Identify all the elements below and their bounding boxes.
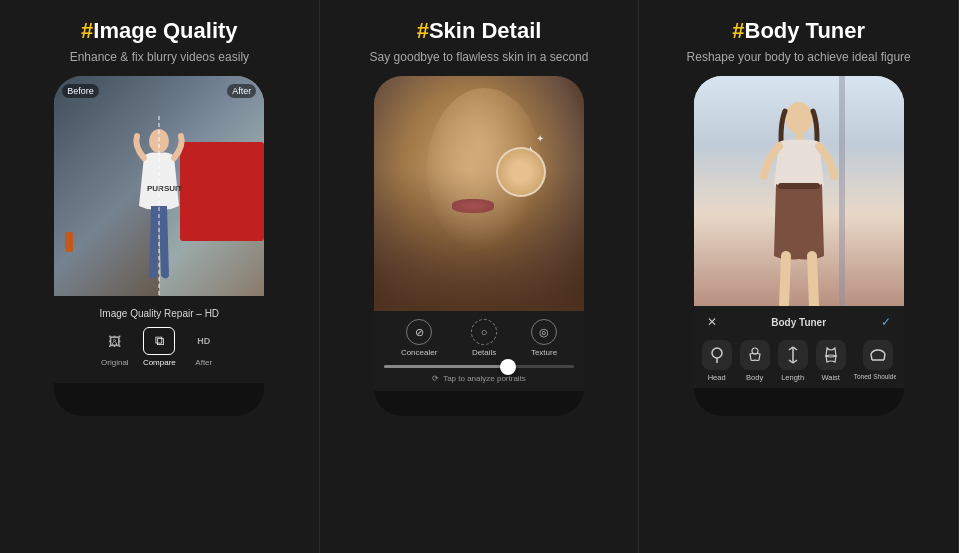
body-area xyxy=(694,76,904,306)
svg-text:PURSUIT: PURSUIT xyxy=(147,184,182,193)
woman-silhouette xyxy=(744,96,854,306)
analyze-prompt[interactable]: ⟳ Tap to analyze portraits xyxy=(384,374,574,383)
panel-skin-detail: #Skin Detail Say goodbye to flawless ski… xyxy=(320,0,640,553)
phone-mockup-1: PURSUIT Before After Image Quality Repai… xyxy=(54,76,264,416)
svg-point-3 xyxy=(785,102,813,134)
panel2-bottom: ⊘ Concealer ○ Details ◎ Texture xyxy=(374,311,584,391)
details-icon: ○ xyxy=(471,319,497,345)
original-icon: 🖼 xyxy=(99,327,131,355)
skin-tools: ⊘ Concealer ○ Details ◎ Texture xyxy=(384,319,574,357)
close-button[interactable]: ✕ xyxy=(702,312,722,332)
compare-icon: ⧉ xyxy=(143,327,175,355)
lips xyxy=(452,199,494,213)
panel1-title: #Image Quality xyxy=(81,18,238,44)
texture-tool[interactable]: ◎ Texture xyxy=(531,319,557,357)
body-option[interactable]: Body xyxy=(740,340,770,382)
after-button[interactable]: HD After xyxy=(188,327,220,367)
panel3-title: #Body Tuner xyxy=(732,18,865,44)
svg-rect-5 xyxy=(778,183,820,189)
adjustment-slider[interactable] xyxy=(384,365,574,368)
slider-thumb[interactable] xyxy=(500,359,516,375)
texture-icon: ◎ xyxy=(531,319,557,345)
head-icon xyxy=(702,340,732,370)
length-icon xyxy=(778,340,808,370)
slider-fill xyxy=(384,365,508,368)
slider-track xyxy=(384,365,574,368)
panel1-subtitle: Enhance & fix blurry videos easily xyxy=(70,50,249,64)
body-tune-options: Head Body Length xyxy=(702,340,896,382)
phone-mockup-2: ✦ ✦ ⊘ Concealer ○ Details ◎ Texture xyxy=(374,76,584,416)
compare-button[interactable]: ⧉ Compare xyxy=(143,327,176,367)
phone-mockup-3: ✕ Body Tuner ✓ Head Body xyxy=(694,76,904,416)
body-tuner-header: ✕ Body Tuner ✓ xyxy=(702,312,896,332)
panel1-bottom: Image Quality Repair – HD 🖼 Original ⧉ C… xyxy=(54,296,264,383)
skin-detail-circle xyxy=(496,147,546,197)
waist-option[interactable]: Waist xyxy=(816,340,846,382)
hd-icon: HD xyxy=(188,327,220,355)
concealer-tool[interactable]: ⊘ Concealer xyxy=(401,319,437,357)
panel2-title: #Skin Detail xyxy=(417,18,542,44)
analyze-icon: ⟳ xyxy=(432,374,439,383)
length-option[interactable]: Length xyxy=(778,340,808,382)
details-tool[interactable]: ○ Details xyxy=(471,319,497,357)
panel1-hash: # xyxy=(81,18,93,43)
check-button[interactable]: ✓ xyxy=(876,312,896,332)
body-icon xyxy=(740,340,770,370)
before-after-area: PURSUIT Before After xyxy=(54,76,264,296)
girl-silhouette: PURSUIT xyxy=(129,116,189,296)
toned-shoulders-icon xyxy=(863,340,893,370)
concealer-icon: ⊘ xyxy=(406,319,432,345)
panel3-subtitle: Reshape your body to achieve ideal figur… xyxy=(687,50,911,64)
body-tuner-title: Body Tuner xyxy=(771,317,826,328)
after-label: After xyxy=(227,84,256,98)
face-area: ✦ ✦ xyxy=(374,76,584,311)
panel-body-tuner: #Body Tuner Reshape your body to achieve… xyxy=(639,0,959,553)
panel2-hash: # xyxy=(417,18,429,43)
mode-buttons: 🖼 Original ⧉ Compare HD After xyxy=(99,327,220,367)
sparkle-small: ✦ xyxy=(536,133,544,144)
panel3-bottom: ✕ Body Tuner ✓ Head Body xyxy=(694,306,904,388)
before-label: Before xyxy=(62,84,99,98)
svg-point-6 xyxy=(712,348,722,358)
original-button[interactable]: 🖼 Original xyxy=(99,327,131,367)
panel-image-quality: #Image Quality Enhance & fix blurry vide… xyxy=(0,0,320,553)
panel2-subtitle: Say goodbye to flawless skin in a second xyxy=(370,50,589,64)
mode-label: Image Quality Repair – HD xyxy=(100,308,220,319)
head-option[interactable]: Head xyxy=(702,340,732,382)
panel3-hash: # xyxy=(732,18,744,43)
toned-shoulders-option[interactable]: Toned Shoulders xyxy=(854,340,896,382)
waist-icon xyxy=(816,340,846,370)
